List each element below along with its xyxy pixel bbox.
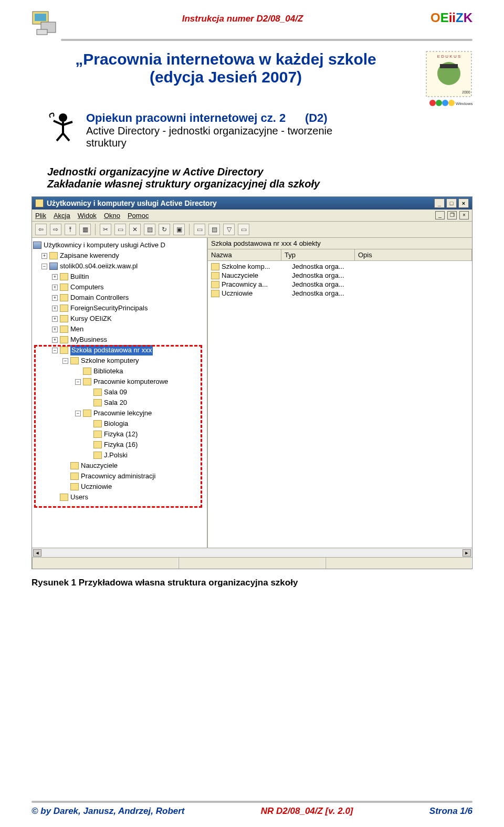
svg-point-11 — [442, 100, 448, 106]
footer-page: Strona 1/6 — [429, 806, 472, 816]
properties-button[interactable]: ▤ — [144, 224, 155, 235]
status-bar — [32, 557, 472, 569]
tree-szkolne-komputery[interactable]: Szkolne komputery — [81, 355, 139, 366]
forward-button[interactable]: ⇨ — [50, 224, 61, 235]
tree-uczniowie[interactable]: Uczniowie — [81, 481, 112, 492]
col-opis[interactable]: Opis — [355, 249, 472, 260]
svg-text:Windows Vista: Windows Vista — [456, 101, 472, 106]
section-line1: Jednostki organizacyjne w Active Directo… — [47, 166, 472, 178]
tree-nauczyciele[interactable]: Nauczyciele — [81, 460, 118, 471]
tree-pane[interactable]: Użytkownicy i komputery usługi Active D … — [32, 238, 208, 548]
col-nazwa[interactable]: Nazwa — [208, 249, 281, 260]
page-title: „Pracownia internetowa w każdej szkole (… — [32, 50, 420, 86]
tree-users[interactable]: Users — [70, 492, 88, 503]
close-button[interactable]: × — [458, 198, 469, 208]
title-line2: (edycja Jesień 2007) — [32, 68, 420, 86]
svg-rect-7 — [440, 64, 458, 68]
cut-button[interactable]: ✂ — [100, 224, 111, 235]
view-button[interactable]: ▦ — [79, 224, 91, 235]
list-path: Szkoła podstawowa nr xxx 4 obiekty — [208, 238, 472, 249]
subtitle-desc2: struktury — [86, 137, 332, 149]
menu-plik[interactable]: Plik — [35, 212, 46, 219]
list-pane[interactable]: Szkoła podstawowa nr xxx 4 obiekty Nazwa… — [208, 238, 472, 548]
footer-docnum: NR D2/08_04/Z [v. 2.0] — [261, 806, 353, 816]
list-header: Nazwa Typ Opis — [208, 249, 472, 261]
tree-fsp[interactable]: ForeignSecurityPrincipals — [70, 303, 148, 313]
tree-mybusiness[interactable]: MyBusiness — [70, 334, 107, 345]
header-divider — [61, 39, 472, 41]
window-titlebar[interactable]: Użytkownicy i komputery usługi Active Di… — [32, 197, 472, 210]
tree-szkola-selected[interactable]: Szkoła podstawowa nr xxx — [70, 345, 153, 355]
tree-sala09[interactable]: Sala 09 — [104, 387, 127, 397]
svg-point-14 — [59, 113, 67, 122]
svg-line-18 — [57, 133, 63, 141]
mdi-minimize-button[interactable]: _ — [435, 211, 445, 219]
tree-sala20[interactable]: Sala 20 — [104, 397, 127, 408]
tree-fizyka12[interactable]: Fizyka (12) — [104, 429, 138, 439]
minimize-button[interactable]: _ — [434, 198, 445, 208]
filter-button[interactable]: ▽ — [223, 224, 235, 235]
mdi-restore-button[interactable]: ❐ — [447, 211, 457, 219]
svg-line-19 — [63, 133, 69, 141]
oeiizk-logo: OEiiZK — [422, 11, 472, 25]
delete-button[interactable]: ✕ — [129, 224, 141, 235]
scroll-left-button[interactable]: ◄ — [33, 549, 41, 557]
svg-text:E D U K U S: E D U K U S — [437, 54, 460, 59]
tree-builtin[interactable]: Builtin — [70, 271, 89, 282]
person-icon — [47, 110, 79, 142]
subtitle-block: Opiekun pracowni internetowej cz. 2 (D2)… — [86, 110, 332, 149]
page-header: Instrukcja numer D2/08_04/Z OEiiZK — [32, 11, 472, 37]
menu-widok[interactable]: Widok — [78, 212, 97, 219]
tree-pracownie-komputerowe[interactable]: Pracownie komputerowe — [93, 376, 168, 387]
tree-pracownie-lekcyjne[interactable]: Pracownie lekcyjne — [93, 408, 152, 418]
tree-biologia[interactable]: Biologia — [104, 418, 128, 429]
tree-men[interactable]: Men — [70, 324, 83, 334]
subtitle-desc1: Active Directory - jednostki organizacyj… — [86, 125, 332, 137]
tree-computers[interactable]: Computers — [70, 282, 104, 292]
svg-point-12 — [448, 100, 455, 106]
scroll-right-button[interactable]: ► — [463, 549, 471, 557]
list-row[interactable]: NauczycieleJednostka orga... — [208, 271, 472, 280]
refresh-button[interactable]: ↻ — [159, 224, 170, 235]
svg-rect-1 — [35, 14, 46, 21]
list-row[interactable]: Pracownicy a...Jednostka orga... — [208, 280, 472, 289]
tree-fizyka16[interactable]: Fizyka (16) — [104, 439, 138, 450]
subtitle-right: (D2) — [305, 111, 328, 124]
window-title: Użytkownicy i komputery usługi Active Di… — [47, 199, 217, 207]
app-icon — [35, 199, 44, 207]
export-button[interactable]: ▣ — [173, 224, 185, 235]
figure-caption: Rysunek 1 Przykładowa własna struktura o… — [32, 578, 472, 588]
svg-text:2000: 2000 — [462, 90, 470, 94]
tree-domain[interactable]: stolik00.s04.oeiizk.waw.pl — [60, 261, 138, 271]
menu-pomoc[interactable]: Pomoc — [128, 212, 149, 219]
subtitle-left: Opiekun pracowni internetowej cz. 2 — [86, 111, 286, 124]
copy-button[interactable]: ▭ — [114, 224, 126, 235]
tree-saved-queries[interactable]: Zapisane kwerendy — [60, 250, 119, 261]
menu-okno[interactable]: Okno — [104, 212, 120, 219]
col-typ[interactable]: Typ — [281, 249, 355, 260]
list-row[interactable]: UczniowieJednostka orga... — [208, 289, 472, 298]
svg-point-9 — [429, 100, 436, 106]
tool-button-1[interactable]: ▭ — [194, 224, 205, 235]
menu-bar: Plik Akcja Widok Okno Pomoc _ ❐ × — [32, 210, 472, 222]
tree-root[interactable]: Użytkownicy i komputery usługi Active D — [44, 240, 165, 250]
doc-number: Instrukcja numer D2/08_04/Z — [63, 11, 422, 24]
section-line2: Zakładanie własnej struktury organizacyj… — [47, 178, 472, 190]
svg-point-10 — [436, 100, 442, 106]
tree-biblioteka[interactable]: Biblioteka — [93, 366, 123, 376]
tool-button-2[interactable]: ▤ — [208, 224, 220, 235]
list-row[interactable]: Szkolne komp...Jednostka orga... — [208, 262, 472, 271]
maximize-button[interactable]: □ — [446, 198, 457, 208]
tree-kursy[interactable]: Kursy OEIiZK — [70, 313, 112, 324]
computer-icon — [32, 11, 58, 37]
tool-button-3[interactable]: ▭ — [238, 224, 249, 235]
up-button[interactable]: ⭱ — [65, 224, 76, 235]
mdi-close-button[interactable]: × — [459, 211, 469, 219]
tree-jpolski[interactable]: J.Polski — [104, 450, 128, 460]
tree-pracownicy-admin[interactable]: Pracownicy administracji — [81, 471, 155, 481]
horizontal-scrollbar[interactable]: ◄ ► — [32, 548, 472, 557]
tree-dc[interactable]: Domain Controllers — [70, 292, 129, 303]
menu-akcja[interactable]: Akcja — [54, 212, 70, 219]
back-button[interactable]: ⇦ — [35, 224, 47, 235]
section-heading: Jednostki organizacyjne w Active Directo… — [47, 166, 472, 190]
